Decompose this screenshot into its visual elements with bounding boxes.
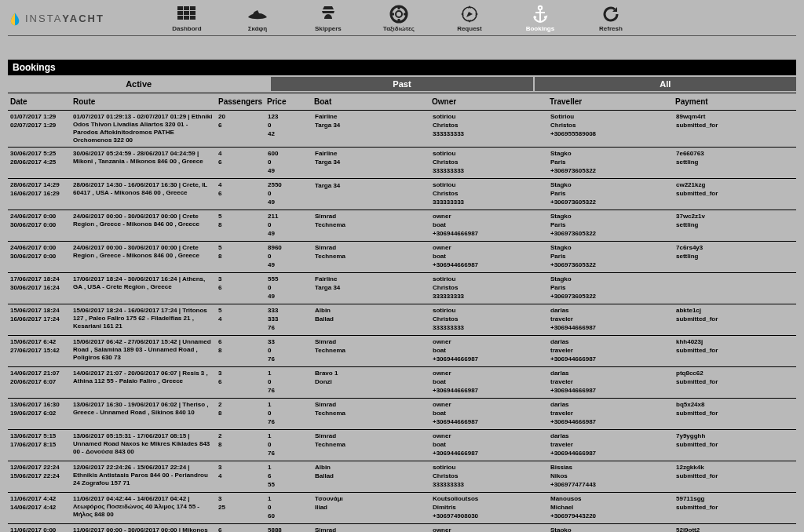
table-body: 01/07/2017 1:2902/07/2017 1:2901/07/2017… xyxy=(8,111,796,532)
cell-passengers: 46 xyxy=(216,180,265,208)
cell-passengers: 58 xyxy=(216,212,265,239)
nav-skippers[interactable]: Skippers xyxy=(293,5,364,32)
logo-text: INSTAYACHT xyxy=(25,13,104,24)
cell-owner: sotiriouChristos333333333 xyxy=(429,149,547,177)
table-row[interactable]: 11/06/2017 0:0011/06/2017 00:00 - 30/06/… xyxy=(8,524,796,532)
cell-route: 24/06/2017 00:00 - 30/06/2017 00:00 | Cr… xyxy=(71,243,216,271)
cell-boat: SimradTechnema xyxy=(312,400,429,428)
page-content: Bookings Active Past All Date Route Pass… xyxy=(0,36,804,532)
nav-request[interactable]: Request xyxy=(434,5,505,32)
table-row[interactable]: 01/07/2017 1:2902/07/2017 1:2901/07/2017… xyxy=(8,111,796,148)
table-row[interactable]: 13/06/2017 5:1517/06/2017 8:1513/06/2017… xyxy=(8,430,796,461)
cell-boat: FairlineTarga 34 xyxy=(312,275,429,302)
cell-price: 5888 xyxy=(265,526,312,532)
table-row[interactable]: 28/06/2017 14:2916/06/2017 16:2928/06/20… xyxy=(8,179,796,210)
cell-date: 30/06/2017 5:2528/06/2017 4:25 xyxy=(8,149,71,177)
anchor-icon xyxy=(531,5,550,24)
nav-bookings[interactable]: Bookings xyxy=(505,5,576,32)
table-row[interactable]: 30/06/2017 5:2528/06/2017 4:2530/06/2017… xyxy=(8,148,796,179)
cell-date: 17/06/2017 18:2430/06/2017 16:24 xyxy=(8,275,71,302)
cell-date: 24/06/2017 0:0030/06/2017 0:00 xyxy=(8,212,71,239)
filter-active[interactable]: Active xyxy=(8,77,269,91)
cell-route: 24/06/2017 00:00 - 30/06/2017 00:00 | Cr… xyxy=(71,212,216,239)
cell-passengers: 325 xyxy=(216,494,265,522)
cell-route: 12/06/2017 22:24:26 - 15/06/2017 22:24 |… xyxy=(71,463,216,490)
col-payment: Payment xyxy=(673,97,783,107)
svg-rect-5 xyxy=(190,11,196,15)
jetski-icon xyxy=(247,5,269,24)
cell-traveller: BissiasNikos+306977477443 xyxy=(547,463,673,490)
life-ring-icon xyxy=(389,5,408,24)
table-row[interactable]: 11/06/2017 4:4214/06/2017 4:4211/06/2017… xyxy=(8,493,796,524)
col-date: Date xyxy=(8,97,71,107)
cell-price: 211049 xyxy=(265,212,312,239)
cell-date: 28/06/2017 14:2916/06/2017 16:29 xyxy=(8,180,71,208)
table-row[interactable]: 24/06/2017 0:0030/06/2017 0:0024/06/2017… xyxy=(8,210,796,242)
svg-rect-1 xyxy=(184,6,189,10)
cell-payment: 89wqm4rtsubmitted_for xyxy=(673,112,783,145)
cell-payment: abkte1cjsubmitted_for xyxy=(673,306,783,333)
cell-payment: 59711sggsubmitted_for xyxy=(673,494,783,522)
cell-date: 13/06/2017 5:1517/06/2017 8:15 xyxy=(8,432,71,459)
cell-date: 01/07/2017 1:2902/07/2017 1:29 xyxy=(8,112,71,145)
cell-boat: SimradTechnema xyxy=(312,212,429,239)
nav-refresh[interactable]: Refresh xyxy=(576,5,646,32)
cell-owner: ownerboat+306944666987 xyxy=(429,212,547,239)
captain-icon xyxy=(320,5,337,24)
nav-skafi[interactable]: Σκάφη xyxy=(222,5,293,32)
cell-price: 2550049 xyxy=(265,180,312,208)
table-row[interactable]: 14/06/2017 21:0720/06/2017 6:0714/06/201… xyxy=(8,367,796,399)
grid-icon xyxy=(177,5,196,24)
cell-price: 1655 xyxy=(265,463,312,490)
table-row[interactable]: 15/06/2017 6:4227/06/2017 15:4215/06/201… xyxy=(8,336,796,367)
cell-owner: KoutsolioutsosDimitris+306974908030 xyxy=(429,494,547,522)
cell-boat: FairlineTarga 34 xyxy=(312,112,429,145)
cell-owner: sotiriouChristos333333333 xyxy=(429,180,547,208)
nav-dashboard[interactable]: Dashbord xyxy=(152,5,222,32)
svg-rect-6 xyxy=(177,16,183,20)
cell-price: 1076 xyxy=(265,369,312,396)
cell-traveller: StagkoParis+306973605322 xyxy=(547,275,673,302)
cell-boat: Targa 34 xyxy=(312,180,429,208)
col-passengers: Passengers xyxy=(216,97,265,107)
cell-payment: khh4023jsubmitted_for xyxy=(673,337,783,365)
nav-taxi[interactable]: Ταξιδιώτες xyxy=(364,5,434,32)
logo-drop-icon xyxy=(8,12,22,26)
table-row[interactable]: 15/06/2017 18:2416/06/2017 17:2415/06/20… xyxy=(8,304,796,336)
filter-all[interactable]: All xyxy=(535,77,796,91)
table-row[interactable]: 13/06/2017 16:3019/06/2017 6:0213/06/201… xyxy=(8,399,796,430)
cell-route: 17/06/2017 18:24 - 30/06/2017 16:24 | At… xyxy=(71,275,216,302)
cell-route: 11/06/2017 04:42:44 - 14/06/2017 04:42 |… xyxy=(71,494,216,522)
cell-traveller: darlastraveler+306944666987 xyxy=(547,337,673,365)
cell-traveller: Staoko xyxy=(547,526,673,532)
table-row[interactable]: 24/06/2017 0:0030/06/2017 0:0024/06/2017… xyxy=(8,242,796,273)
cell-price: 1076 xyxy=(265,432,312,459)
filter-past[interactable]: Past xyxy=(271,77,532,91)
cell-route: 01/07/2017 01:29:13 - 02/07/2017 01:29 |… xyxy=(71,112,216,145)
cell-route: 28/06/2017 14:30 - 16/06/2017 16:30 | Cr… xyxy=(71,180,216,208)
cell-date: 24/06/2017 0:0030/06/2017 0:00 xyxy=(8,243,71,271)
cell-date: 15/06/2017 6:4227/06/2017 15:42 xyxy=(8,337,71,365)
cell-passengers: 54 xyxy=(216,306,265,333)
cell-payment: cw221kzgsubmitted_for xyxy=(673,180,783,208)
cell-owner: ownerboat+306944666987 xyxy=(429,369,547,396)
cell-route: 13/06/2017 16:30 - 19/06/2017 06:02 | Th… xyxy=(71,400,216,428)
cell-passengers: 28 xyxy=(216,400,265,428)
cell-price: 8960049 xyxy=(265,243,312,271)
cell-boat: ΤσουνάμιIliad xyxy=(312,494,429,522)
cell-payment xyxy=(673,275,783,302)
table-row[interactable]: 17/06/2017 18:2430/06/2017 16:2417/06/20… xyxy=(8,273,796,304)
cell-owner: sotiriouChristos333333333 xyxy=(429,275,547,302)
cell-boat: FairlineTarga 34 xyxy=(312,149,429,177)
cell-boat: SimradTechnema xyxy=(312,432,429,459)
cell-owner: ownerboat+306944666987 xyxy=(429,337,547,365)
cell-traveller: StagkoParis+306973605322 xyxy=(547,243,673,271)
cell-traveller: ManousosMichael+306979443220 xyxy=(547,494,673,522)
cell-owner: sotiriouChristos333333333 xyxy=(429,306,547,333)
svg-rect-3 xyxy=(177,11,183,15)
cell-route: 11/06/2017 00:00 - 30/06/2017 00:00 | Mi… xyxy=(71,526,216,532)
cell-traveller: StagkoParis+306973605322 xyxy=(547,180,673,208)
cell-owner: ownerboat+306944666987 xyxy=(429,243,547,271)
table-row[interactable]: 12/06/2017 22:2415/06/2017 22:2412/06/20… xyxy=(8,461,796,493)
cell-route: 15/06/2017 18:24 - 16/06/2017 17:24 | Tr… xyxy=(71,306,216,333)
